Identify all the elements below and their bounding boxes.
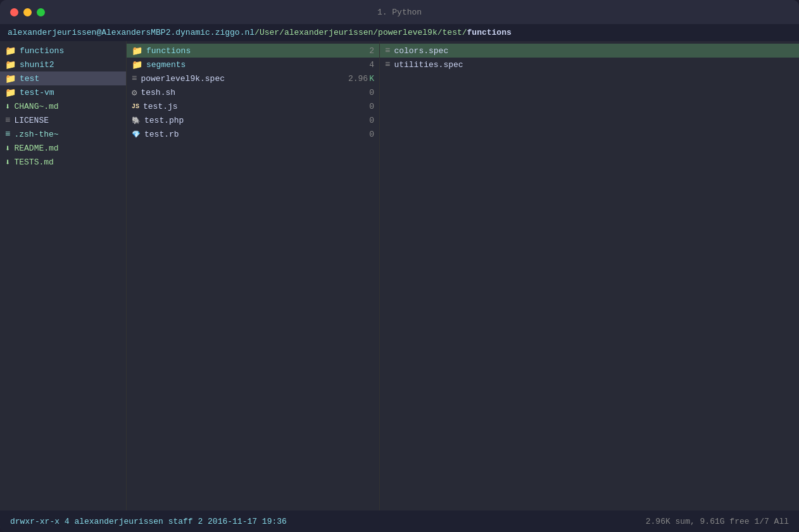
file-size: 2 xyxy=(355,46,374,56)
file-size: 0 xyxy=(355,102,374,111)
file-name: README.md xyxy=(14,144,121,153)
file-name: test xyxy=(20,74,121,84)
file-name: segments xyxy=(146,60,350,70)
file-size: 0 xyxy=(355,88,374,97)
pane-middle: 📁 functions 2 📁 segments 4 ≡ powerlevel9… xyxy=(127,41,380,510)
list-item[interactable]: ≡ LICENSE xyxy=(0,113,126,127)
folder-icon: 📁 xyxy=(5,46,16,56)
traffic-lights xyxy=(10,8,45,16)
folder-icon: 📁 xyxy=(5,87,16,98)
list-item[interactable]: ⬇ CHANG~.md xyxy=(0,99,126,113)
list-item[interactable]: 📁 functions 2 xyxy=(127,44,379,58)
js-icon: JS xyxy=(132,103,139,110)
path-current-dir: functions xyxy=(467,28,512,37)
list-item[interactable]: ≡ powerlevel9k.spec 2.96K xyxy=(127,71,379,85)
maximize-button[interactable] xyxy=(37,8,45,16)
path-directory: /User/alexanderjeurissen/powerlevel9k/te… xyxy=(255,28,467,37)
file-name: powerlevel9k.spec xyxy=(141,74,343,84)
statusbar-left: drwxr-xr-x 4 alexanderjeurissen staff 2 … xyxy=(10,517,287,526)
file-name: utilities.spec xyxy=(394,60,794,70)
file-name: test.rb xyxy=(144,130,350,139)
list-item[interactable]: ≡ utilities.spec xyxy=(380,58,799,71)
list-item[interactable]: 💎 test.rb 0 xyxy=(127,127,379,141)
folder-icon: 📁 xyxy=(132,46,142,56)
pane-right: ≡ colors.spec ≡ utilities.spec xyxy=(380,41,799,510)
file-icon: ≡ xyxy=(5,129,10,139)
window-title: 1. Python xyxy=(377,8,422,17)
list-item[interactable]: 📁 test xyxy=(0,71,126,85)
file-size: 4 xyxy=(355,60,374,70)
file-name: functions xyxy=(146,46,350,56)
statusbar: drwxr-xr-x 4 alexanderjeurissen staff 2 … xyxy=(0,510,799,532)
sh-icon: ⚙ xyxy=(132,87,137,98)
file-size: 0 xyxy=(355,116,374,125)
path-user-host: alexanderjeurissen@AlexandersMBP2.dynami… xyxy=(8,28,255,37)
list-item[interactable]: ⚙ tesh.sh 0 xyxy=(127,85,379,99)
file-name: test.php xyxy=(144,116,350,125)
file-name: tesh.sh xyxy=(141,88,350,97)
file-name: test-vm xyxy=(20,88,121,97)
terminal-window: 1. Python alexanderjeurissen@AlexandersM… xyxy=(0,0,799,532)
list-item[interactable]: JS test.js 0 xyxy=(127,99,379,113)
list-item[interactable]: ⬇ README.md xyxy=(0,141,126,155)
file-name: LICENSE xyxy=(14,116,121,125)
file-icon: ≡ xyxy=(385,46,390,56)
file-name: TESTS.md xyxy=(14,158,121,167)
list-item[interactable]: 📁 functions xyxy=(0,44,126,58)
folder-icon: 📁 xyxy=(132,59,142,70)
file-name: shunit2 xyxy=(20,60,121,70)
path-bar: alexanderjeurissen@AlexandersMBP2.dynami… xyxy=(0,24,799,41)
rb-icon: 💎 xyxy=(132,130,141,139)
file-size-unit: K xyxy=(369,74,374,84)
list-item[interactable]: 📁 segments 4 xyxy=(127,58,379,71)
list-item[interactable]: ⬇ TESTS.md xyxy=(0,155,126,169)
folder-icon: 📁 xyxy=(5,73,16,84)
file-size: 0 xyxy=(355,130,374,139)
download-icon: ⬇ xyxy=(5,143,10,154)
file-icon: ≡ xyxy=(5,115,10,125)
list-item[interactable]: 📁 test-vm xyxy=(0,85,126,99)
list-item[interactable]: ≡ colors.spec xyxy=(380,44,799,58)
download-icon: ⬇ xyxy=(5,157,10,168)
file-name: CHANG~.md xyxy=(14,102,121,111)
file-name: test.js xyxy=(143,102,350,111)
file-manager: 📁 functions 📁 shunit2 📁 test 📁 test-vm xyxy=(0,41,799,510)
file-icon: ≡ xyxy=(385,59,390,70)
folder-icon: 📁 xyxy=(5,59,16,70)
list-item[interactable]: ≡ .zsh-the~ xyxy=(0,127,126,141)
download-icon: ⬇ xyxy=(5,101,10,112)
file-size: 2.96 xyxy=(348,74,368,84)
left-file-list: 📁 functions 📁 shunit2 📁 test 📁 test-vm xyxy=(0,41,126,171)
file-name: colors.spec xyxy=(394,46,794,56)
file-name: functions xyxy=(20,46,121,56)
statusbar-right: 2.96K sum, 9.61G free 1/7 All xyxy=(646,517,789,526)
list-item[interactable]: 🐘 test.php 0 xyxy=(127,113,379,127)
close-button[interactable] xyxy=(10,8,18,16)
php-icon: 🐘 xyxy=(132,116,141,125)
list-item[interactable]: 📁 shunit2 xyxy=(0,58,126,71)
titlebar: 1. Python xyxy=(0,0,799,24)
pane-left: 📁 functions 📁 shunit2 📁 test 📁 test-vm xyxy=(0,41,127,510)
minimize-button[interactable] xyxy=(23,8,32,16)
file-name: .zsh-the~ xyxy=(14,130,121,139)
right-file-list: ≡ colors.spec ≡ utilities.spec xyxy=(380,41,799,74)
middle-file-list: 📁 functions 2 📁 segments 4 ≡ powerlevel9… xyxy=(127,41,379,144)
file-icon: ≡ xyxy=(132,73,137,84)
